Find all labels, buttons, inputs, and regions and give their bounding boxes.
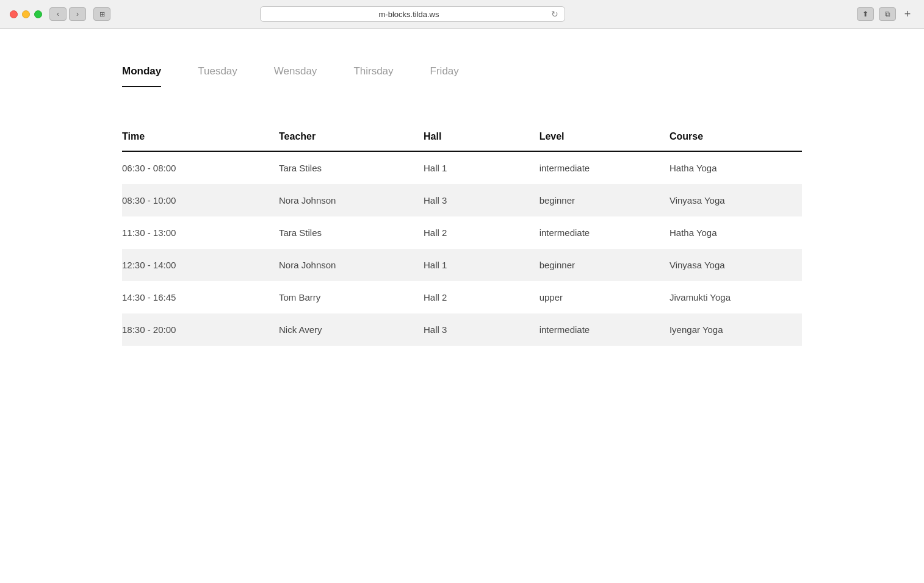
cell-course: Hatha Yoga (657, 151, 802, 184)
traffic-lights (10, 10, 42, 18)
header-time: Time (122, 124, 267, 151)
cell-time: 08:30 - 10:00 (122, 184, 267, 216)
tab-tuesday[interactable]: Tuesday (198, 65, 237, 87)
tab-thirsday[interactable]: Thirsday (353, 65, 393, 87)
cell-course: Iyengar Yoga (657, 313, 802, 346)
cell-teacher: Nora Johnson (267, 249, 411, 281)
cell-level: intermediate (527, 313, 657, 346)
header-hall: Hall (411, 124, 527, 151)
header-teacher: Teacher (267, 124, 411, 151)
cell-time: 18:30 - 20:00 (122, 313, 267, 346)
back-button[interactable]: ‹ (49, 7, 67, 21)
schedule-table: Time Teacher Hall Level Course 06:30 - 0… (122, 124, 802, 346)
cell-teacher: Nick Avery (267, 313, 411, 346)
table-row: 18:30 - 20:00Nick AveryHall 3intermediat… (122, 313, 802, 346)
cell-level: intermediate (527, 216, 657, 249)
table-row: 11:30 - 13:00Tara StilesHall 2intermedia… (122, 216, 802, 249)
cell-course: Hatha Yoga (657, 216, 802, 249)
address-bar[interactable]: m-blocks.tilda.ws ↻ (260, 6, 565, 22)
cell-time: 14:30 - 16:45 (122, 281, 267, 313)
browser-chrome: ‹ › ⊞ m-blocks.tilda.ws ↻ ⬆ ⧉ + (0, 0, 924, 29)
table-row: 08:30 - 10:00Nora JohnsonHall 3beginnerV… (122, 184, 802, 216)
cell-time: 06:30 - 08:00 (122, 151, 267, 184)
table-row: 14:30 - 16:45Tom BarryHall 2upperJivamuk… (122, 281, 802, 313)
url-text: m-blocks.tilda.ws (267, 10, 551, 19)
table-row: 12:30 - 14:00Nora JohnsonHall 1beginnerV… (122, 249, 802, 281)
cell-course: Vinyasa Yoga (657, 184, 802, 216)
maximize-button[interactable] (34, 10, 42, 18)
reload-button[interactable]: ↻ (551, 9, 558, 19)
cell-teacher: Tom Barry (267, 281, 411, 313)
day-tabs: Monday Tuesday Wensday Thirsday Friday (122, 65, 802, 87)
tab-wensday[interactable]: Wensday (274, 65, 317, 87)
cell-teacher: Tara Stiles (267, 151, 411, 184)
cell-teacher: Nora Johnson (267, 184, 411, 216)
table-row: 06:30 - 08:00Tara StilesHall 1intermedia… (122, 151, 802, 184)
cell-course: Vinyasa Yoga (657, 249, 802, 281)
cell-level: beginner (527, 249, 657, 281)
cell-level: intermediate (527, 151, 657, 184)
header-course: Course (657, 124, 802, 151)
tab-monday[interactable]: Monday (122, 65, 161, 87)
cell-hall: Hall 2 (411, 216, 527, 249)
tab-friday[interactable]: Friday (430, 65, 459, 87)
forward-button[interactable]: › (69, 7, 86, 21)
cell-hall: Hall 1 (411, 249, 527, 281)
cell-course: Jivamukti Yoga (657, 281, 802, 313)
browser-actions: ⬆ ⧉ + (857, 7, 914, 21)
cell-time: 12:30 - 14:00 (122, 249, 267, 281)
tab-button[interactable]: ⧉ (879, 7, 896, 21)
cell-teacher: Tara Stiles (267, 216, 411, 249)
cell-hall: Hall 3 (411, 313, 527, 346)
cell-hall: Hall 3 (411, 184, 527, 216)
share-button[interactable]: ⬆ (857, 7, 874, 21)
page-content: Monday Tuesday Wensday Thirsday Friday T… (0, 29, 924, 583)
sidebar-button[interactable]: ⊞ (93, 7, 110, 21)
cell-time: 11:30 - 13:00 (122, 216, 267, 249)
minimize-button[interactable] (22, 10, 30, 18)
cell-level: beginner (527, 184, 657, 216)
table-header-row: Time Teacher Hall Level Course (122, 124, 802, 151)
nav-buttons: ‹ › (49, 7, 86, 21)
cell-hall: Hall 1 (411, 151, 527, 184)
close-button[interactable] (10, 10, 18, 18)
cell-level: upper (527, 281, 657, 313)
cell-hall: Hall 2 (411, 281, 527, 313)
header-level: Level (527, 124, 657, 151)
new-tab-button[interactable]: + (901, 7, 914, 21)
